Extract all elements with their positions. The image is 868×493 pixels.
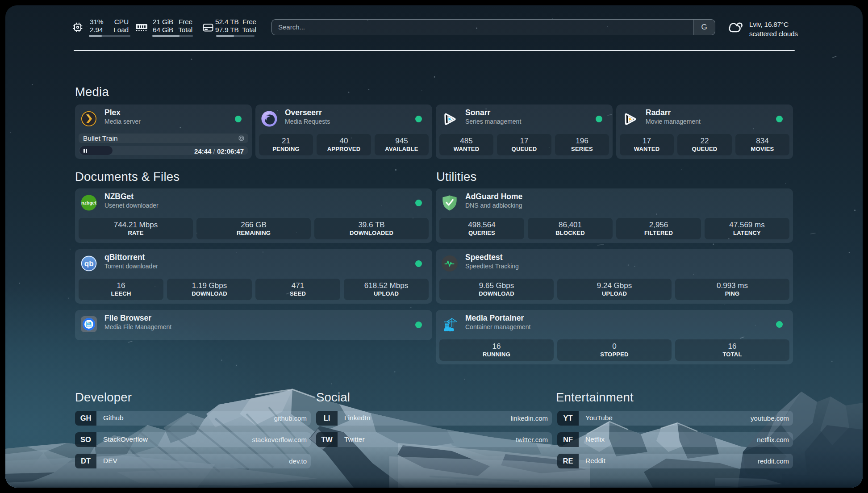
svg-text:qb: qb — [84, 259, 94, 268]
svg-text:nzbget: nzbget — [81, 200, 96, 205]
